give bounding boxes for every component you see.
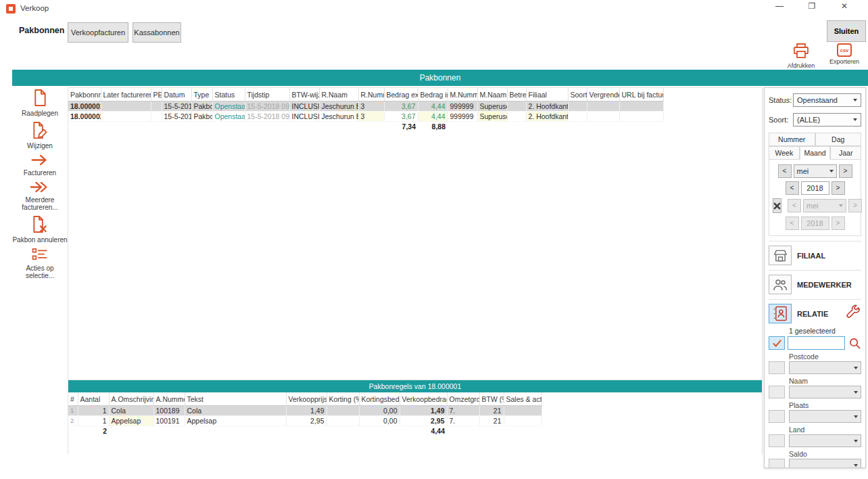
- land-toggle[interactable]: [769, 434, 785, 447]
- relatie-active-checkbox[interactable]: [769, 336, 785, 350]
- tab-week[interactable]: Week: [769, 146, 800, 160]
- next-year2-button: >: [831, 216, 845, 230]
- total-cell: 2: [78, 426, 109, 436]
- cell: [568, 121, 587, 131]
- factureren-button[interactable]: Factureren: [24, 154, 56, 177]
- land-select[interactable]: [789, 434, 861, 447]
- tab-nummer[interactable]: Nummer: [769, 133, 815, 146]
- table-row[interactable]: 21Appelsap100191Appelsap2,950,002,957.21: [68, 415, 541, 426]
- column-header[interactable]: Korting (%).: [327, 392, 359, 405]
- column-header[interactable]: Bedrag excl.: [384, 88, 418, 101]
- plaats-select[interactable]: [789, 410, 861, 423]
- column-header[interactable]: Omzetgroep: [447, 392, 479, 405]
- column-header[interactable]: Sales & acties: [504, 392, 541, 405]
- saldo-toggle[interactable]: [769, 459, 785, 468]
- close-button[interactable]: ✕: [840, 1, 849, 11]
- chevron-down-icon: [854, 391, 858, 394]
- tab-maand[interactable]: Maand: [800, 146, 831, 160]
- medewerker-filter-button[interactable]: [769, 275, 792, 294]
- column-header[interactable]: Tijdstip: [245, 88, 289, 101]
- prev-month-button[interactable]: <: [778, 164, 792, 178]
- column-header[interactable]: Type: [191, 88, 212, 101]
- year2-input: 2018: [801, 216, 829, 230]
- cell: 2,95: [400, 415, 447, 426]
- acties-op-selectie-button[interactable]: Acties op selectie...: [12, 248, 68, 279]
- tab-verkoopfacturen[interactable]: Verkoopfacturen: [68, 22, 128, 43]
- prev-year-button[interactable]: <: [786, 181, 799, 195]
- column-header[interactable]: #: [68, 392, 78, 405]
- next-month-button[interactable]: >: [839, 164, 852, 178]
- column-header[interactable]: BTW-wijze: [289, 88, 319, 101]
- column-header[interactable]: Tekst: [185, 392, 286, 405]
- cell: 15-5-2018: [162, 111, 191, 121]
- tab-kassabonnen[interactable]: Kassabonnen: [132, 22, 181, 43]
- pakbon-annuleren-button[interactable]: Pakbon annuleren: [12, 216, 67, 244]
- meerdere-factureren-button[interactable]: Meerdere factureren...: [12, 181, 68, 211]
- raadplegen-button[interactable]: Raadplegen: [22, 89, 58, 117]
- saldo-select[interactable]: [789, 459, 861, 468]
- naam-select[interactable]: [789, 386, 861, 398]
- cell: [587, 101, 619, 111]
- list-actions-icon: [32, 248, 48, 264]
- year-input[interactable]: 2018: [801, 181, 829, 195]
- next-year-button[interactable]: >: [831, 181, 845, 195]
- postcode-select[interactable]: [789, 361, 861, 374]
- filiaal-filter-button[interactable]: [769, 246, 792, 265]
- column-header[interactable]: Betreft: [507, 88, 526, 101]
- month-select[interactable]: mei: [794, 164, 837, 178]
- tab-dag[interactable]: Dag: [815, 133, 862, 146]
- clear-range-button[interactable]: [773, 198, 781, 213]
- sluiten-button[interactable]: Sluiten: [827, 20, 866, 42]
- column-header[interactable]: BTW (%): [479, 392, 504, 405]
- tab-pakbonnen[interactable]: Pakbonnen: [19, 26, 64, 35]
- cell: [507, 111, 526, 121]
- column-header[interactable]: Later factureren: [101, 88, 151, 101]
- column-header[interactable]: Verkoopbedrag: [400, 392, 447, 405]
- table-row[interactable]: 18.00000215-5-2018PakbonOpenstaand15-5-2…: [68, 111, 663, 121]
- cell: [68, 426, 78, 436]
- naam-toggle[interactable]: [769, 386, 785, 398]
- table-row[interactable]: 18.00000115-5-2018PakbonOpenstaand15-5-2…: [68, 101, 663, 111]
- relatie-settings-button[interactable]: [845, 304, 861, 323]
- column-header[interactable]: Vergrendeld: [587, 88, 619, 101]
- column-header[interactable]: Verkoopprijs: [286, 392, 327, 405]
- cell: [327, 405, 359, 415]
- column-header[interactable]: PE: [151, 88, 162, 101]
- minimize-button[interactable]: —: [775, 1, 784, 11]
- column-header[interactable]: M.Nummer: [448, 88, 477, 101]
- column-header[interactable]: Filiaal: [526, 88, 568, 101]
- relatie-filter-button[interactable]: [769, 304, 792, 323]
- column-header[interactable]: Datum: [162, 88, 191, 101]
- exporteren-button[interactable]: csv Exporteren: [826, 43, 863, 69]
- relatie-search-input[interactable]: [788, 336, 845, 350]
- column-header[interactable]: Aantal: [78, 392, 109, 405]
- check-mark-icon: [773, 340, 781, 347]
- column-header[interactable]: Bedrag incl.: [418, 88, 448, 101]
- column-header[interactable]: URL bij factuur: [619, 88, 663, 101]
- magnifier-icon: [849, 338, 861, 349]
- wijzigen-button[interactable]: Wijzigen: [27, 122, 53, 150]
- soort-select[interactable]: (ALLE): [793, 113, 861, 127]
- table-row[interactable]: 11Cola100189Cola1,490,001,497.21: [68, 405, 541, 415]
- postcode-toggle[interactable]: [769, 361, 785, 374]
- plaats-toggle[interactable]: [769, 410, 785, 423]
- medewerker-section: MEDEWERKER: [769, 270, 861, 294]
- column-header[interactable]: A.Omschrijving: [109, 392, 153, 405]
- tab-jaar[interactable]: Jaar: [830, 146, 861, 160]
- column-header[interactable]: Pakbonnr.: [68, 88, 101, 101]
- column-header[interactable]: Soort: [568, 88, 587, 101]
- cell: 1: [78, 405, 109, 415]
- relatie-search-button[interactable]: [848, 338, 861, 349]
- cell: [587, 121, 619, 131]
- column-header[interactable]: Kortingsbedrag: [359, 392, 400, 405]
- column-header[interactable]: A.Nummer: [153, 392, 185, 405]
- column-header[interactable]: M.Naam: [477, 88, 507, 101]
- column-header[interactable]: R.Nummer: [358, 88, 384, 101]
- maximize-button[interactable]: ❐: [807, 1, 817, 11]
- cell: 3,67: [384, 111, 418, 121]
- month-filter-panel: < mei > < 2018 > < mei > <: [769, 160, 861, 236]
- afdrukken-button[interactable]: Afdrukken: [783, 43, 819, 69]
- status-select[interactable]: Openstaand: [793, 93, 861, 107]
- column-header[interactable]: R.Naam: [319, 88, 358, 101]
- column-header[interactable]: Status: [212, 88, 245, 101]
